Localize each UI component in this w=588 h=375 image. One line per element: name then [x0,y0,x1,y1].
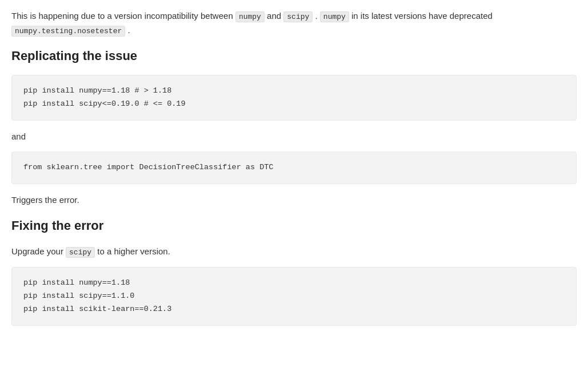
intro-text-dot: . [315,11,319,21]
section-fix: Fixing the error Upgrade your scipy to a… [11,216,577,326]
text-and: and [11,130,577,144]
intro-text-and: and [267,11,283,21]
code-block-sklearn: from sklearn.tree import DecisionTreeCla… [11,151,577,184]
intro-code-scipy: scipy [283,11,313,22]
section-fix-heading: Fixing the error [11,216,577,236]
section-replicate-heading: Replicating the issue [11,46,577,66]
upgrade-code-scipy: scipy [66,247,95,258]
section-replicate: Replicating the issue pip install numpy=… [11,46,577,208]
intro-text-before: This is happening due to a version incom… [11,11,235,21]
intro-code-numpy: numpy [235,11,265,22]
intro-paragraph: This is happening due to a version incom… [11,9,577,38]
code-block-pip-install: pip install numpy==1.18 # > 1.18 pip ins… [11,75,577,121]
upgrade-text-after: to a higher version. [97,246,170,256]
upgrade-paragraph: Upgrade your scipy to a higher version. [11,245,577,259]
intro-text-end: . [127,25,130,35]
intro-code-nosetester: numpy.testing.nosetester [11,26,125,37]
intro-code-numpy2: numpy [320,11,349,22]
text-triggers: Triggers the error. [11,193,577,208]
intro-text-after: in its latest versions have deprecated [351,11,493,21]
code-block-fix: pip install numpy==1.18 pip install scip… [11,267,577,326]
upgrade-text-before: Upgrade your [11,246,66,256]
